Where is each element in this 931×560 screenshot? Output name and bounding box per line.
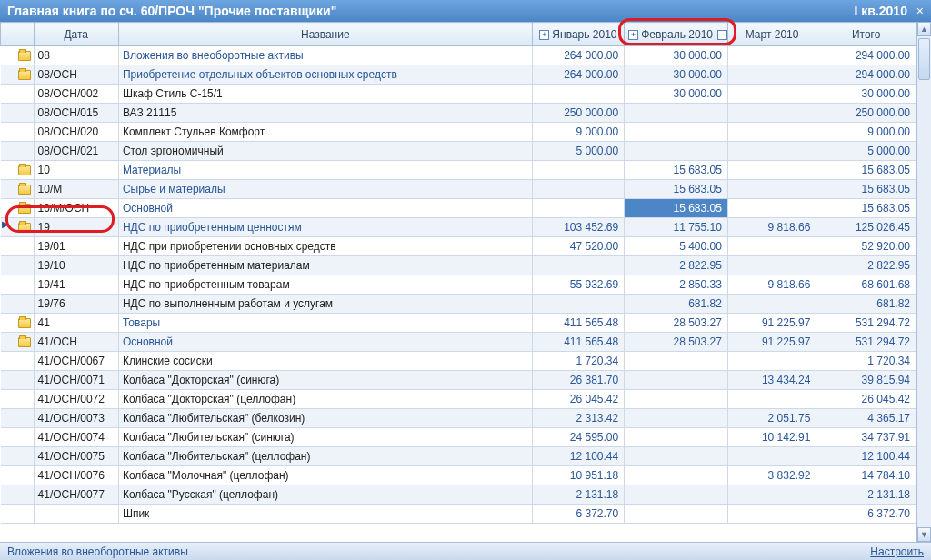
table-row[interactable]: 41/ОСН/0071Колбаса "Докторская" (синюга)… (1, 371, 916, 390)
header-total[interactable]: Итого (816, 23, 916, 46)
table-row[interactable]: 41/ОСН/0076Колбаса "Молочная" (целлофан)… (1, 466, 916, 485)
row-tot: 531 294.72 (816, 314, 916, 333)
row-feb: 30 000.00 (625, 46, 728, 65)
row-name: Колбаса "Докторская" (синюга) (118, 371, 532, 390)
row-expand-cell[interactable] (1, 333, 15, 352)
row-tot: 9 000.00 (816, 123, 916, 142)
table-row[interactable]: 08/ОСН/015ВАЗ 21115250 000.00250 000.00 (1, 104, 916, 123)
scroll-down-icon[interactable]: ▼ (917, 527, 931, 542)
header-icon[interactable] (15, 23, 34, 46)
row-expand-cell[interactable] (1, 161, 15, 180)
row-code: 08/ОСН/015 (34, 104, 118, 123)
row-expand-cell[interactable] (1, 505, 15, 524)
settings-link[interactable]: Настроить (870, 545, 924, 558)
row-icon-cell (15, 199, 34, 218)
row-code: 10/М/ОСН (34, 199, 118, 218)
row-code: 41/ОСН/0067 (34, 352, 118, 371)
table-row[interactable]: 41/ОСН/0073Колбаса "Любительская" (белко… (1, 409, 916, 428)
row-expand-cell[interactable] (1, 85, 15, 104)
row-expand-cell[interactable] (1, 123, 15, 142)
row-mar (727, 85, 816, 104)
row-code: 19/76 (34, 295, 118, 314)
row-expand-cell[interactable] (1, 295, 15, 314)
row-name[interactable]: НДС по приобретенным ценностям (118, 218, 532, 237)
row-expand-cell[interactable] (1, 371, 15, 390)
table-row[interactable]: 08/ОСН/020Комплект Стульев Комфорт9 000.… (1, 123, 916, 142)
expand-icon[interactable]: + (539, 30, 549, 40)
row-icon-cell (15, 65, 34, 85)
table-row[interactable]: 19/01НДС при приобретении основных средс… (1, 237, 916, 256)
close-icon[interactable]: × (916, 4, 924, 18)
header-feb[interactable]: +Февраль 2010 − (625, 23, 728, 46)
row-expand-cell[interactable] (1, 65, 15, 85)
row-expand-cell[interactable] (1, 314, 15, 333)
scroll-thumb[interactable] (918, 38, 930, 80)
row-feb: 15 683.05 (625, 161, 728, 180)
row-name[interactable]: Материалы (118, 161, 532, 180)
row-expand-cell[interactable] (1, 142, 15, 161)
row-name: НДС по приобретенным товарам (118, 275, 532, 295)
row-expand-cell[interactable] (1, 428, 15, 447)
row-expand-cell[interactable] (1, 199, 15, 218)
table-row[interactable]: 08/ОСН/021Стол эргономичный5 000.005 000… (1, 142, 916, 161)
row-expand-cell[interactable] (1, 275, 15, 295)
row-name[interactable]: Основной (118, 333, 532, 352)
table-row[interactable]: 10/М/ОСНОсновной15 683.0515 683.05 (1, 199, 916, 218)
table-row[interactable]: 19НДС по приобретенным ценностям103 452.… (1, 218, 916, 237)
table-row[interactable]: 41/ОСН/0072Колбаса "Докторская" (целлофа… (1, 390, 916, 409)
table-row[interactable]: 41/ОСН/0077Колбаса "Русская" (целлофан)2… (1, 485, 916, 505)
row-mar (727, 199, 816, 218)
table-row[interactable]: 10/МСырье и материалы15 683.0515 683.05 (1, 180, 916, 199)
row-name[interactable]: Основной (118, 199, 532, 218)
row-expand-cell[interactable] (1, 46, 15, 65)
row-name[interactable]: Приобретение отдельных объектов основных… (118, 65, 532, 85)
row-name: Стол эргономичный (118, 142, 532, 161)
row-expand-cell[interactable] (1, 485, 15, 505)
header-name[interactable]: Название (118, 23, 532, 46)
row-expand-cell[interactable] (1, 466, 15, 485)
table-row[interactable]: 10Материалы15 683.0515 683.05 (1, 161, 916, 180)
row-name[interactable]: Вложения во внеоборотные активы (118, 46, 532, 65)
row-icon-cell (15, 256, 34, 275)
table-row[interactable]: 41/ОСН/0067Клинские сосиски1 720.341 720… (1, 352, 916, 371)
table-row[interactable]: 19/41НДС по приобретенным товарам55 932.… (1, 275, 916, 295)
expand-icon[interactable]: + (628, 30, 638, 40)
row-code: 08 (34, 46, 118, 65)
row-mar: 9 818.66 (727, 275, 816, 295)
row-expand-cell[interactable] (1, 409, 15, 428)
table-row[interactable]: 19/10НДС по приобретенным материалам2 82… (1, 256, 916, 275)
row-icon-cell (15, 428, 34, 447)
row-expand-cell[interactable] (1, 104, 15, 123)
table-row[interactable]: 08/ОСН/002Шкаф Стиль С-15/130 000.0030 0… (1, 85, 916, 104)
table-row[interactable]: 41/ОСНОсновной411 565.4828 503.2791 225.… (1, 333, 916, 352)
table-row[interactable]: 41Товары411 565.4828 503.2791 225.97531 … (1, 314, 916, 333)
scroll-up-icon[interactable]: ▲ (917, 22, 931, 36)
row-name[interactable]: Сырье и материалы (118, 180, 532, 199)
collapse-icon[interactable]: − (717, 30, 727, 40)
table-row[interactable]: 41/ОСН/0074Колбаса "Любительская" (синюг… (1, 428, 916, 447)
row-expand-cell[interactable] (1, 180, 15, 199)
row-name[interactable]: Товары (118, 314, 532, 333)
row-expand-cell[interactable] (1, 390, 15, 409)
row-expand-cell[interactable] (1, 256, 15, 275)
row-jan: 1 720.34 (532, 352, 625, 371)
header-jan[interactable]: +Январь 2010 (532, 23, 625, 46)
folder-icon (18, 337, 31, 347)
table-row[interactable]: 41/ОСН/0075Колбаса "Любительская" (целло… (1, 447, 916, 466)
row-tot: 26 045.42 (816, 390, 916, 409)
table-row[interactable]: 08Вложения во внеоборотные активы264 000… (1, 46, 916, 65)
row-expand-cell[interactable] (1, 352, 15, 371)
header-expand[interactable] (1, 23, 15, 46)
row-expand-cell[interactable] (1, 237, 15, 256)
folder-icon (18, 165, 31, 175)
header-mar[interactable]: Март 2010 (727, 23, 816, 46)
vertical-scrollbar[interactable]: ▲ ▼ (916, 22, 931, 542)
row-expand-cell[interactable] (1, 447, 15, 466)
row-jan: 264 000.00 (532, 46, 625, 65)
row-code: 08/ОСН/002 (34, 85, 118, 104)
table-row[interactable]: 08/ОСНПриобретение отдельных объектов ос… (1, 65, 916, 85)
table-row[interactable]: 19/76НДС по выполненным работам и услуга… (1, 295, 916, 314)
header-date[interactable]: Дата (34, 23, 118, 46)
table-row[interactable]: Шпик6 372.706 372.70 (1, 505, 916, 524)
row-code (34, 505, 118, 524)
